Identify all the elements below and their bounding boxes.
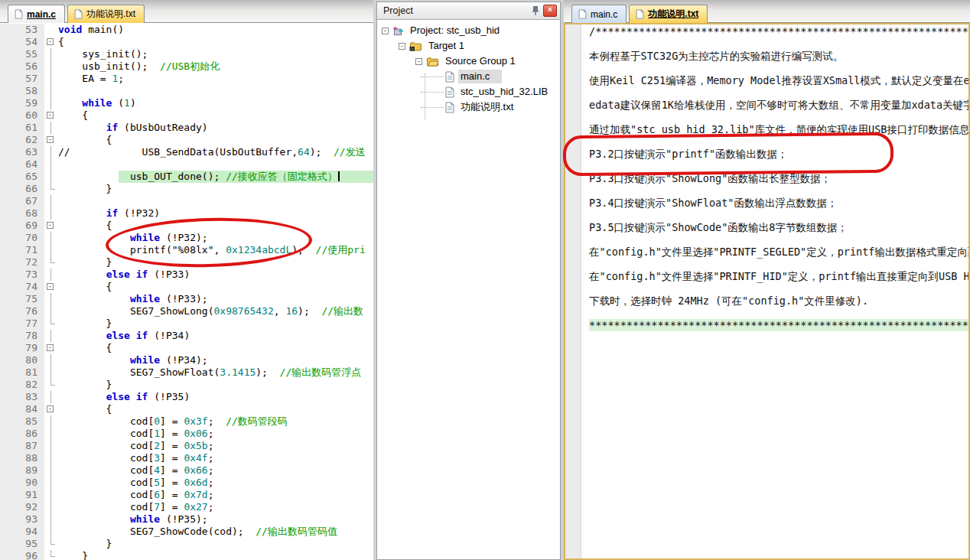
close-icon[interactable]: ×: [543, 5, 557, 17]
fold-margin: [44, 293, 58, 305]
code-token: void: [58, 24, 82, 35]
code-line: 74- {: [0, 281, 373, 293]
text-line: 本例程基于STC32G为主控芯片的实验箱进行编写测试。: [589, 50, 968, 62]
code-token: ,: [274, 305, 286, 317]
right-tab-main-c[interactable]: main.c: [571, 5, 627, 23]
text-line: 下载时，选择时钟 24MHz (可在"config.h"文件里修改).: [589, 295, 968, 307]
tab-label: main.c: [591, 9, 617, 20]
code-text: }: [58, 183, 373, 195]
code-line: 54-{: [0, 36, 373, 48]
fold-toggle[interactable]: -: [44, 109, 58, 122]
code-text: cod[4] = 0x66;: [58, 464, 373, 477]
tree-item-main.c[interactable]: main.c: [377, 69, 560, 84]
code-token: cod[: [58, 440, 154, 451]
fold-margin: [44, 48, 58, 60]
text-editor[interactable]: /***************************************…: [581, 24, 968, 558]
code-line: 60- {: [0, 109, 373, 122]
fold-margin: [44, 379, 58, 391]
line-number: 59: [0, 97, 44, 109]
file-icon: [445, 71, 454, 83]
code-token: }: [58, 256, 112, 268]
fold-toggle[interactable]: -: [44, 220, 58, 232]
code-token: //输出数码管码值: [256, 526, 337, 537]
code-line: 64: [0, 158, 373, 171]
tree-item-source-group-1[interactable]: -Source Group 1: [377, 54, 560, 69]
code-editor[interactable]: 53void main()54-{55 sys_init();56 usb_in…: [0, 23, 373, 560]
code-token: {: [58, 36, 64, 47]
code-text: EA = 1;: [58, 73, 373, 85]
left-tab-main-c[interactable]: main.c: [8, 5, 65, 23]
line-number: 54: [0, 36, 44, 48]
code-text: if (bUsbOutReady): [58, 122, 373, 134]
code-line: 94 SEG7_ShowCode(cod); //输出数码管码值: [0, 526, 373, 538]
tree-expand-toggle[interactable]: -: [382, 28, 389, 34]
line-number: 61: [0, 122, 44, 134]
tree-item-target-1[interactable]: -Target 1: [377, 38, 560, 54]
fold-toggle[interactable]: -: [44, 342, 58, 354]
tree-expand-toggle[interactable]: -: [415, 58, 422, 65]
code-text: [58, 158, 373, 171]
text-editor-gutter: [565, 24, 581, 558]
code-token: (!P34);: [160, 354, 208, 366]
text-line-content: 使用Keil C251编译器，Memory Model推荐设置XSmall模式，…: [589, 74, 968, 86]
code-token: ;: [208, 428, 214, 439]
fold-toggle[interactable]: -: [44, 281, 58, 293]
code-token: ;: [208, 501, 214, 513]
code-token: else: [106, 330, 130, 341]
fold-margin: [44, 97, 58, 109]
text-line-content: P3.2口按键演示"printf"函数输出数据；: [589, 148, 788, 160]
fold-margin: [44, 354, 58, 366]
fold-minus-icon: -: [47, 38, 54, 45]
code-line: 53void main(): [0, 24, 373, 36]
code-token: {: [58, 220, 112, 231]
tree-connector: [425, 73, 425, 119]
tree-item-project-stc_usb_hid[interactable]: -Project: stc_usb_hid: [377, 23, 560, 38]
tree-item-stc_usb_hid_32.lib[interactable]: stc_usb_hid_32.LIB: [377, 84, 560, 99]
line-number: 79: [0, 342, 44, 354]
code-token: {: [58, 281, 112, 292]
left-tab-readme[interactable]: 功能说明.txt: [67, 5, 145, 23]
code-token: ;: [208, 489, 214, 500]
pin-icon[interactable]: [530, 5, 541, 17]
fold-toggle[interactable]: -: [44, 134, 58, 146]
code-line: 58: [0, 85, 373, 97]
code-line: 76 SEG7_ShowLong(0x98765432, 16); //输出数: [0, 305, 373, 317]
code-token: {: [58, 342, 112, 353]
code-text: cod[6] = 0x7d;: [58, 489, 373, 501]
code-token: cod[: [58, 452, 154, 464]
line-number: 60: [0, 109, 44, 122]
code-token: ] =: [160, 489, 184, 500]
fold-toggle[interactable]: -: [44, 36, 58, 48]
fold-toggle[interactable]: -: [44, 403, 58, 415]
fold-margin: [44, 256, 58, 269]
code-token: 0x6d: [184, 477, 207, 488]
code-text: // USB_SendData(UsbOutBuffer,64); //发送: [58, 146, 373, 158]
code-token: );: [310, 146, 334, 158]
project-panel: Project × -Project: stc_usb_hid-Target 1…: [376, 2, 561, 560]
code-token: [58, 122, 106, 133]
line-number: 82: [0, 379, 44, 391]
code-token: (!P33);: [160, 293, 208, 304]
code-token: SEG7_ShowLong(: [58, 305, 214, 317]
code-token: usb_OUT_done();: [58, 171, 226, 182]
text-line-content: 在"config.h"文件里选择"PRINTF_SEGLED"定义，printf…: [589, 246, 968, 258]
tree-expand-toggle[interactable]: -: [399, 43, 405, 50]
line-number: 68: [0, 207, 44, 220]
code-line: 70 while (!P32);: [0, 232, 373, 244]
fold-margin: [44, 195, 58, 207]
fold-margin: [44, 73, 58, 85]
code-token: EA =: [58, 73, 112, 84]
code-token: [58, 330, 106, 341]
code-token: 0x3f: [184, 415, 207, 427]
right-tab-readme[interactable]: 功能说明.txt: [629, 5, 708, 23]
code-text: {: [58, 220, 373, 232]
right-editor-window: main.c 功能说明.txt /***********************…: [564, 0, 970, 560]
code-token: ] =: [160, 440, 184, 451]
code-line: 81 SEG7_ShowFloat(3.1415); //输出数码管浮点: [0, 366, 373, 379]
code-token: ] =: [160, 415, 184, 427]
tree-item--.txt[interactable]: 功能说明.txt: [377, 99, 560, 115]
code-token: 0x06: [184, 428, 207, 439]
code-line: 62- {: [0, 134, 373, 146]
code-token: (!P35);: [160, 513, 208, 525]
line-number: 65: [0, 171, 44, 183]
